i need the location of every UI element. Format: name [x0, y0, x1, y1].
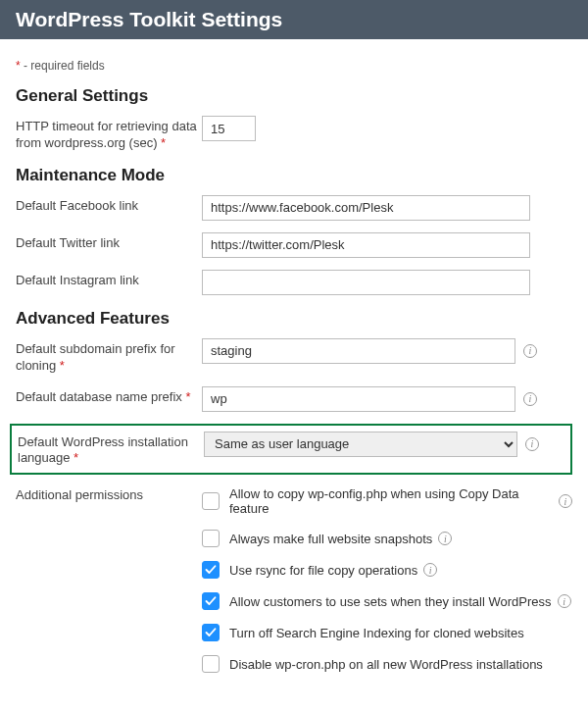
page-title: WordPress Toolkit Settings: [16, 8, 572, 31]
permission-row: Always make full website snapshotsi: [202, 530, 572, 547]
section-heading-general: General Settings: [16, 86, 572, 106]
permission-row: Turn off Search Engine Indexing for clon…: [202, 624, 572, 641]
input-subdomain-prefix[interactable]: [202, 338, 515, 364]
permission-checkbox[interactable]: [202, 655, 220, 673]
row-instagram-link: Default Instagram link: [16, 270, 572, 295]
label-facebook-link: Default Facebook link: [16, 195, 202, 215]
label-twitter-link: Default Twitter link: [16, 232, 202, 252]
required-fields-note: * - required fields: [16, 59, 572, 73]
permission-checkbox[interactable]: [202, 530, 220, 547]
select-install-language[interactable]: Same as user language: [204, 432, 517, 457]
settings-form: * - required fields General Settings HTT…: [0, 39, 588, 706]
info-icon[interactable]: i: [558, 594, 571, 608]
permission-label: Always make full website snapshots: [229, 532, 432, 546]
row-subdomain-prefix: Default subdomain prefix for cloning * i: [16, 338, 572, 375]
permission-label: Use rsync for file copy operations: [229, 563, 417, 578]
permission-label: Turn off Search Engine Indexing for clon…: [229, 626, 524, 640]
permission-label: Allow to copy wp-config.php when using C…: [229, 486, 553, 516]
input-db-prefix[interactable]: [202, 386, 515, 412]
permission-row: Allow to copy wp-config.php when using C…: [202, 486, 572, 516]
required-note-text: - required fields: [21, 59, 105, 73]
label-instagram-link: Default Instagram link: [16, 270, 202, 289]
input-http-timeout[interactable]: [202, 116, 256, 141]
info-icon[interactable]: i: [523, 392, 537, 406]
page-header: WordPress Toolkit Settings: [0, 0, 588, 39]
permission-checkbox[interactable]: [202, 492, 220, 510]
info-icon[interactable]: i: [559, 494, 572, 508]
permission-row: Disable wp-cron.php on all new WordPress…: [202, 655, 572, 673]
info-icon[interactable]: i: [525, 437, 539, 451]
input-instagram-link[interactable]: [202, 270, 530, 295]
permission-row: Use rsync for file copy operationsi: [202, 561, 572, 579]
input-twitter-link[interactable]: [202, 232, 530, 258]
section-heading-advanced: Advanced Features: [16, 309, 572, 329]
label-subdomain-prefix: Default subdomain prefix for cloning *: [16, 338, 202, 375]
row-facebook-link: Default Facebook link: [16, 195, 572, 221]
permissions-list: Allow to copy wp-config.php when using C…: [202, 486, 572, 673]
permission-checkbox[interactable]: [202, 561, 220, 579]
label-http-timeout: HTTP timeout for retrieving data from wo…: [16, 116, 202, 152]
label-additional-permissions: Additional permissions: [16, 484, 202, 504]
highlighted-setting: Default WordPress installation language …: [10, 424, 572, 476]
input-facebook-link[interactable]: [202, 195, 530, 221]
info-icon[interactable]: i: [438, 532, 452, 545]
row-db-prefix: Default database name prefix * i: [16, 386, 572, 412]
permission-checkbox[interactable]: [202, 592, 220, 610]
info-icon[interactable]: i: [423, 563, 437, 577]
label-install-language: Default WordPress installation language …: [18, 432, 204, 468]
info-icon[interactable]: i: [523, 344, 537, 358]
row-twitter-link: Default Twitter link: [16, 232, 572, 258]
permission-row: Allow customers to use sets when they in…: [202, 592, 572, 610]
permission-checkbox[interactable]: [202, 624, 220, 641]
section-heading-maintenance: Maintenance Mode: [16, 166, 572, 185]
permission-label: Allow customers to use sets when they in…: [229, 594, 552, 609]
row-http-timeout: HTTP timeout for retrieving data from wo…: [16, 116, 572, 152]
label-db-prefix: Default database name prefix *: [16, 386, 202, 406]
permission-label: Disable wp-cron.php on all new WordPress…: [229, 657, 543, 672]
row-install-language: Default WordPress installation language …: [18, 432, 566, 468]
